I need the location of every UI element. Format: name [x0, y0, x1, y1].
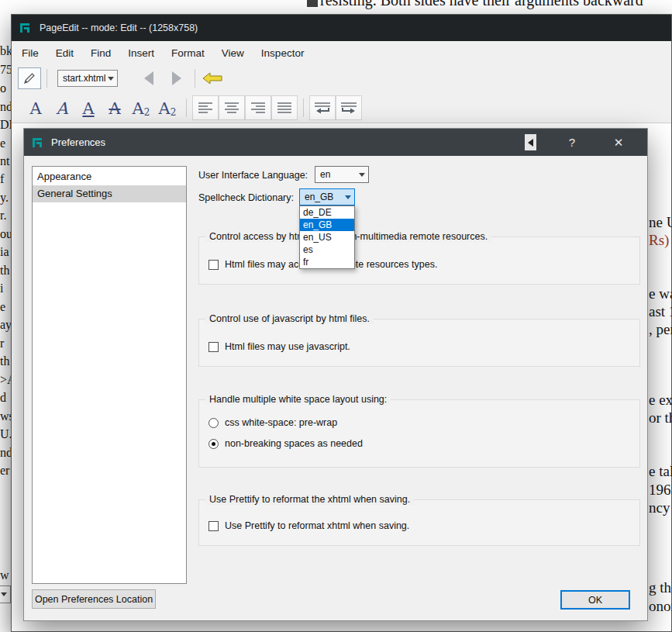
checkbox-icon[interactable]	[208, 342, 219, 352]
group-javascript-title: Control use of javascript by html files.	[205, 313, 374, 324]
toolbar-separator	[186, 98, 187, 117]
indent-button[interactable]	[336, 95, 362, 120]
outdent-icon	[313, 102, 332, 114]
document-text-fragment: d	[0, 391, 6, 405]
pageedit-titlebar[interactable]: PageEdit -- mode: Edit -- (1258x758)	[12, 15, 671, 41]
checkbox-icon[interactable]	[208, 260, 219, 270]
group-remote-resources: Control access by html files to non-mult…	[198, 237, 640, 285]
align-left-button[interactable]	[192, 95, 219, 120]
pencil-icon	[22, 71, 36, 85]
chevron-down-icon	[359, 173, 365, 177]
subscript-letter: A	[133, 101, 144, 117]
spellcheck-select[interactable]: en_GB	[299, 188, 355, 205]
subscript-button[interactable]: A2	[128, 95, 154, 121]
background-scrollbar-thumb[interactable]	[307, 0, 318, 7]
document-text-fragment: r.	[0, 209, 6, 223]
menu-view[interactable]: View	[213, 43, 253, 63]
superscript-button[interactable]: A2	[154, 95, 181, 121]
list-item-general-settings[interactable]: General Settings	[33, 185, 186, 202]
titlebar-arrow-button[interactable]	[525, 134, 536, 150]
yellow-left-arrow-icon	[202, 72, 223, 85]
left-triangle-icon	[528, 139, 533, 147]
back-button[interactable]	[136, 67, 163, 90]
menubar: File Edit Find Insert Format View Inspec…	[12, 41, 671, 64]
javascript-checkbox-label: Html files may use javascript.	[225, 341, 350, 352]
ok-button[interactable]: OK	[560, 590, 630, 610]
radio-css-prewrap-label: css white-space: pre-wrap	[225, 417, 337, 428]
format-letter: A	[29, 101, 41, 117]
strikethrough-button[interactable]: A	[102, 95, 128, 121]
spellcheck-dropdown-list: de_DE en_GB en_US es fr	[299, 205, 355, 269]
menu-inspector[interactable]: Inspector	[253, 43, 313, 63]
preferences-titlebar[interactable]: Preferences ? ✕	[24, 129, 647, 156]
javascript-checkbox-row[interactable]: Html files may use javascript.	[208, 341, 350, 352]
dialog-title: Preferences	[51, 136, 105, 148]
document-text-fragment: o	[0, 81, 6, 95]
italic-letter: A	[56, 101, 67, 117]
spellcheck-value: en_GB	[305, 192, 333, 202]
italic-button[interactable]: A	[49, 95, 75, 121]
outdent-button[interactable]	[309, 95, 336, 120]
dropdown-option-fr[interactable]: fr	[300, 256, 354, 268]
dropdown-option-en-gb[interactable]: en_GB	[300, 219, 354, 231]
chevron-down-icon	[345, 195, 351, 199]
prettify-checkbox-row[interactable]: Use Prettify to reformat xhtml when savi…	[208, 520, 409, 531]
strikethrough-letter: A	[109, 101, 120, 117]
align-center-button[interactable]	[219, 95, 245, 120]
pageedit-app-icon	[19, 22, 32, 34]
document-text-fragment: ay	[0, 318, 12, 332]
toolbar-navigation: start.xhtml	[12, 64, 671, 92]
menu-format[interactable]: Format	[163, 43, 213, 63]
align-justify-icon	[277, 102, 292, 114]
align-justify-button[interactable]	[271, 95, 298, 120]
help-button[interactable]: ?	[560, 129, 584, 156]
document-text-fragment: i	[0, 281, 3, 295]
group-prettify-title: Use Prettify to reformat the xhtml when …	[205, 494, 414, 505]
radio-checked-icon[interactable]	[208, 439, 219, 449]
edit-mode-pencil-button[interactable]	[18, 67, 41, 89]
menu-find[interactable]: Find	[82, 43, 119, 63]
radio-nbsp-row[interactable]: non-breaking spaces as needed	[208, 438, 363, 449]
document-text-fragment: ia	[0, 245, 9, 259]
dropdown-option-de-de[interactable]: de_DE	[300, 206, 354, 219]
prettify-checkbox-label: Use Prettify to reformat xhtml when savi…	[225, 520, 409, 531]
menu-edit[interactable]: Edit	[47, 43, 82, 63]
document-text-fragment: w	[0, 568, 9, 582]
radio-icon[interactable]	[208, 418, 219, 428]
screen: resisting. Both sides have their argumen…	[0, 0, 672, 632]
ui-language-select[interactable]: en	[315, 166, 369, 183]
document-text-fragment: e	[0, 136, 5, 150]
document-text-fragment: e	[0, 300, 5, 314]
checkbox-icon[interactable]	[208, 521, 219, 531]
superscript-digit: 2	[171, 108, 177, 117]
group-prettify: Use Prettify to reformat the xhtml when …	[198, 499, 640, 546]
align-right-button[interactable]	[245, 95, 271, 120]
document-text-fragment: nt	[0, 154, 9, 168]
file-select[interactable]: start.xhtml	[57, 70, 118, 87]
chevron-down-icon	[108, 77, 114, 81]
group-whitespace: Handle multiple white space layout using…	[198, 399, 640, 468]
superscript-letter: A	[159, 101, 171, 117]
document-text-fragment: th	[0, 264, 9, 278]
align-right-icon	[250, 102, 266, 114]
list-item-appearance[interactable]: Appearance	[33, 168, 186, 185]
forward-arrow-icon	[167, 70, 185, 87]
forward-button[interactable]	[163, 67, 189, 90]
underline-button[interactable]: A	[75, 95, 102, 121]
open-preferences-location-button[interactable]: Open Preferences Location	[32, 589, 156, 609]
document-text-fragment: th	[0, 354, 9, 368]
background-partial-combobox[interactable]	[0, 585, 11, 603]
ui-language-value: en	[320, 169, 330, 180]
document-text-fragment: r	[0, 337, 4, 351]
dropdown-option-en-us[interactable]: en_US	[300, 231, 354, 243]
dropdown-option-es[interactable]: es	[300, 243, 354, 256]
menu-insert[interactable]: Insert	[119, 43, 163, 63]
spellcheck-label: Spellcheck Dictionary:	[198, 192, 294, 203]
format-normal-button[interactable]: A	[22, 95, 49, 121]
menu-file[interactable]: File	[13, 43, 47, 63]
toolbar-formatting: A A A A A2 A2	[12, 92, 671, 123]
close-button[interactable]: ✕	[606, 129, 631, 156]
return-back-link-button[interactable]	[201, 67, 224, 89]
radio-css-prewrap-row[interactable]: css white-space: pre-wrap	[208, 417, 337, 428]
ui-language-label: User Interface Language:	[198, 170, 308, 181]
